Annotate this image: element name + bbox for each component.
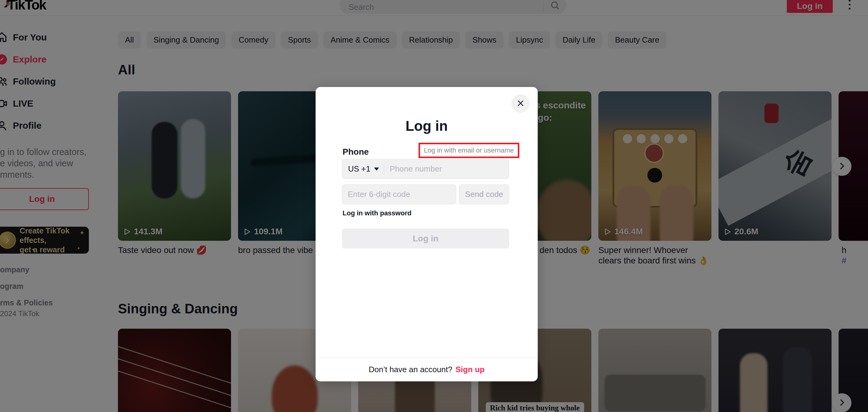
country-code-selector[interactable]: US +1 (342, 164, 384, 174)
modal-footer: Don’t have an account? Sign up (316, 357, 538, 381)
phone-input-group: US +1 (342, 159, 509, 179)
send-code-button[interactable]: Send code (459, 184, 509, 204)
signup-link[interactable]: Sign up (455, 365, 485, 374)
close-icon (517, 99, 525, 108)
modal-close-button[interactable] (512, 94, 530, 113)
phone-label: Phone (343, 147, 369, 157)
code-input-group: Send code (342, 184, 509, 204)
country-code-value: US +1 (348, 164, 370, 174)
modal-title: Log in (316, 118, 538, 134)
signup-prompt-text: Don’t have an account? (369, 365, 452, 374)
verification-code-input[interactable] (342, 184, 456, 204)
chevron-down-icon (374, 167, 379, 170)
modal-login-button[interactable]: Log in (342, 228, 509, 248)
password-login-link[interactable]: Log in with password (343, 209, 411, 217)
phone-number-input[interactable] (384, 159, 509, 179)
email-username-login-link[interactable]: Log in with email or username (418, 143, 519, 158)
tiktok-explore-page: ♪ TikTok Log in For You Explor (0, 0, 868, 412)
login-modal: Log in Phone Log in with email or userna… (316, 87, 538, 381)
